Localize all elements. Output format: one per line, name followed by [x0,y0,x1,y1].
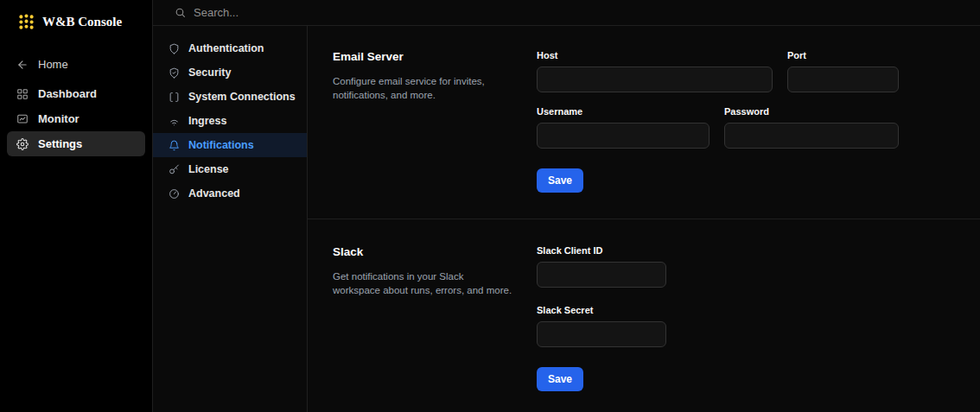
sidebar-item-label: Dashboard [38,87,97,100]
host-input[interactable] [537,67,773,92]
topbar [153,0,980,26]
slack-secret-input[interactable] [537,321,666,347]
arrow-left-icon [16,59,29,71]
monitor-icon [16,113,29,125]
username-field: Username [537,106,710,149]
search-icon [175,7,186,18]
email-server-section: Email Server Configure email service for… [308,26,980,219]
sidebar-item-settings[interactable]: Settings [7,131,145,156]
slack-section-title: Slack [333,245,537,258]
slack-secret-field: Slack Secret [537,305,666,347]
sidebar-item-label: Home [38,58,68,71]
port-label: Port [787,50,899,60]
wifi-icon [169,116,180,127]
email-section-description: Configure email service for invites, not… [333,74,488,102]
password-input[interactable] [724,123,899,149]
sidebar-item-home[interactable]: Home [7,52,145,77]
host-label: Host [537,50,773,60]
brand: W&B Console [0,0,152,40]
sidebar-item-label: Settings [38,137,82,150]
username-input[interactable] [537,123,710,149]
settings-nav-label: System Connections [188,91,296,103]
email-section-title: Email Server [333,50,537,63]
slack-secret-label: Slack Secret [537,305,666,315]
settings-nav-label: Advanced [188,187,240,200]
port-input[interactable] [787,67,899,92]
settings-nav-license[interactable]: License [153,157,307,181]
settings-nav-label: Security [188,67,231,79]
grid-icon [16,88,29,100]
settings-main: Email Server Configure email service for… [308,26,980,412]
primary-nav: Home Dashboard Monitor Settings [0,40,152,156]
username-label: Username [537,106,710,117]
slack-section: Slack Get notifications in your Slack wo… [308,219,980,391]
settings-nav-notifications[interactable]: Notifications [153,133,307,157]
slack-client-id-field: Slack Client ID [537,245,666,288]
settings-nav-authentication[interactable]: Authentication [153,36,307,60]
settings-nav-label: Authentication [188,42,264,54]
key-icon [169,164,180,175]
app-sidebar: W&B Console Home Dashboard Monitor Setti… [0,0,153,412]
host-field: Host [537,50,773,92]
settings-nav-label: License [188,163,229,175]
password-label: Password [724,106,899,117]
bell-icon [169,140,180,151]
slack-save-button[interactable]: Save [537,367,583,391]
settings-nav-system-connections[interactable]: System Connections [153,85,307,109]
sidebar-item-label: Monitor [38,112,80,125]
settings-nav-label: Ingress [188,115,226,127]
password-field: Password [724,106,899,149]
slack-section-description: Get notifications in your Slack workspac… [333,269,512,297]
settings-nav-security[interactable]: Security [153,60,307,85]
settings-nav: Authentication Security System Connectio… [153,26,308,412]
shield-check-icon [169,67,180,79]
brand-title: W&B Console [42,15,122,29]
slack-client-id-label: Slack Client ID [537,245,666,256]
port-field: Port [787,50,899,92]
settings-nav-advanced[interactable]: Advanced [153,181,307,206]
settings-nav-label: Notifications [188,139,254,151]
sidebar-item-dashboard[interactable]: Dashboard [7,81,145,106]
sidebar-item-monitor[interactable]: Monitor [7,106,145,131]
shield-icon [169,43,180,54]
gear-icon [16,138,29,150]
wandb-logo-icon [17,13,35,31]
slack-client-id-input[interactable] [537,262,666,288]
search-input[interactable] [194,6,470,19]
email-save-button[interactable]: Save [537,168,583,193]
gauge-icon [169,188,180,200]
settings-nav-ingress[interactable]: Ingress [153,109,307,133]
brackets-icon [169,92,180,103]
